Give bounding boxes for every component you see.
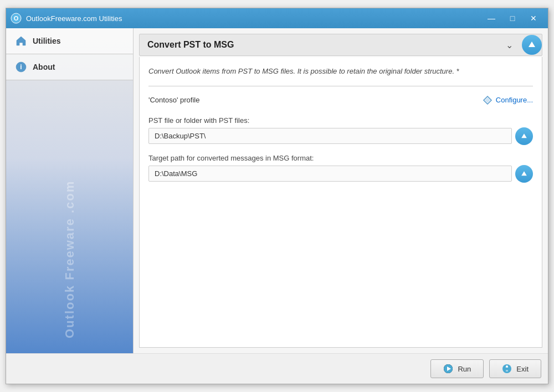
target-field-row bbox=[148, 165, 533, 183]
sidebar-item-utilities[interactable]: Utilities bbox=[6, 28, 133, 54]
close-button[interactable]: ✕ bbox=[524, 11, 543, 25]
sidebar-about-label: About bbox=[33, 63, 55, 71]
exit-button[interactable]: Exit bbox=[489, 359, 541, 378]
target-path-input[interactable] bbox=[148, 166, 512, 182]
svg-point-13 bbox=[506, 368, 509, 370]
configure-button[interactable]: Configure... bbox=[483, 95, 533, 105]
pst-field-section: PST file or folder with PST files: bbox=[148, 116, 533, 145]
window-title: OutlookFreeware.com Utilities bbox=[26, 14, 481, 23]
titlebar: O OutlookFreeware.com Utilities — □ ✕ bbox=[6, 8, 548, 28]
footer: Run Exit bbox=[6, 353, 548, 384]
main-content: Utilities i About Outlook Freeware .com … bbox=[6, 28, 548, 353]
app-icon: O bbox=[11, 13, 22, 24]
main-window: O OutlookFreeware.com Utilities — □ ✕ Ut… bbox=[6, 8, 548, 384]
pst-path-input[interactable] bbox=[148, 128, 512, 144]
convert-description: Convert Outlook items from PST to MSG fi… bbox=[148, 66, 533, 77]
run-label: Run bbox=[458, 365, 471, 373]
exit-label: Exit bbox=[516, 365, 529, 373]
dropdown-arrow-icon[interactable]: ⌄ bbox=[500, 35, 519, 55]
convert-body: Convert Outlook items from PST to MSG fi… bbox=[139, 57, 542, 348]
profile-label: 'Contoso' profile bbox=[148, 96, 199, 104]
configure-diamond-icon bbox=[483, 95, 493, 105]
right-panel: Convert PST to MSG ⌄ Convert Outlook ite… bbox=[134, 28, 548, 353]
target-field-label: Target path for converted messages in MS… bbox=[148, 154, 533, 162]
sidebar-utilities-label: Utilities bbox=[33, 37, 61, 45]
pst-browse-icon bbox=[520, 132, 529, 141]
convert-header: Convert PST to MSG ⌄ bbox=[139, 34, 542, 56]
arrow-up-icon bbox=[526, 39, 537, 50]
svg-marker-5 bbox=[521, 133, 527, 138]
pst-field-label: PST file or folder with PST files: bbox=[148, 116, 533, 125]
profile-row: 'Contoso' profile Configure... bbox=[148, 95, 533, 105]
svg-marker-6 bbox=[521, 171, 527, 176]
target-field-section: Target path for converted messages in MS… bbox=[148, 154, 533, 183]
configure-label: Configure... bbox=[496, 96, 533, 104]
sidebar-item-about[interactable]: i About bbox=[6, 54, 133, 80]
svg-text:O: O bbox=[14, 15, 19, 22]
minimize-button[interactable]: — bbox=[481, 11, 501, 25]
svg-marker-4 bbox=[529, 42, 535, 47]
svg-text:i: i bbox=[20, 63, 22, 71]
pst-browse-button[interactable] bbox=[515, 127, 533, 145]
convert-dropdown-value[interactable]: Convert PST to MSG bbox=[140, 34, 500, 55]
home-icon bbox=[15, 35, 27, 47]
upload-button[interactable] bbox=[522, 35, 542, 55]
sidebar-watermark: Outlook Freeware .com bbox=[6, 176, 133, 342]
target-browse-icon bbox=[520, 169, 529, 178]
pst-field-row bbox=[148, 127, 533, 145]
target-browse-button[interactable] bbox=[515, 165, 533, 183]
run-icon bbox=[443, 364, 453, 374]
maximize-button[interactable]: □ bbox=[502, 11, 522, 25]
sidebar: Utilities i About Outlook Freeware .com bbox=[6, 28, 134, 353]
section-divider bbox=[148, 86, 533, 86]
window-controls: — □ ✕ bbox=[481, 11, 543, 25]
run-button[interactable]: Run bbox=[430, 359, 484, 378]
exit-icon bbox=[502, 364, 512, 374]
info-icon: i bbox=[15, 61, 27, 73]
